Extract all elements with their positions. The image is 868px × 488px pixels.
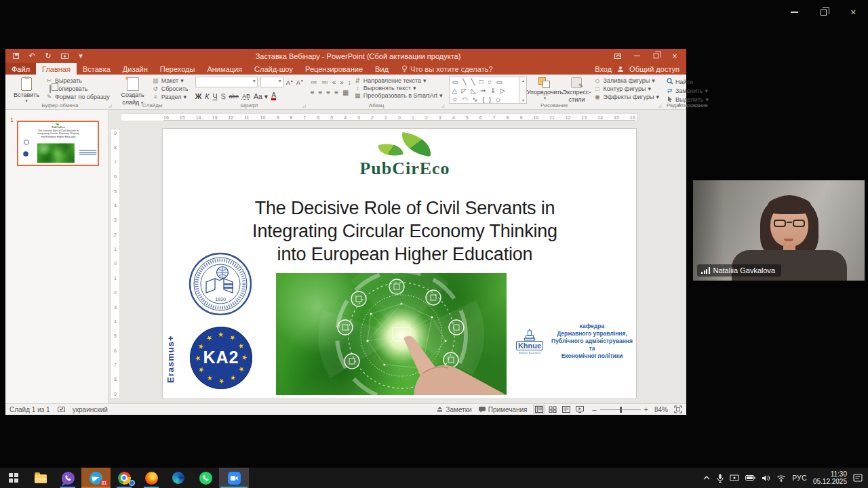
bold-button[interactable]: Ж (195, 92, 202, 100)
language-switcher[interactable]: РУС (792, 474, 807, 482)
ribbon-tab[interactable]: Главная (36, 63, 77, 75)
ribbon-tab[interactable]: Вставка (77, 63, 117, 75)
wifi-icon[interactable] (776, 474, 786, 482)
zoom-percentage[interactable]: 84% (654, 406, 668, 413)
clock[interactable]: 11:30 05.12.2025 (813, 470, 847, 485)
slideshow-icon[interactable] (60, 52, 69, 61)
text-shadow-button[interactable]: S (220, 92, 225, 100)
zoom-slider[interactable] (600, 409, 641, 410)
slideshow-view-icon[interactable] (574, 405, 586, 414)
columns-icon[interactable]: ▦ (342, 89, 349, 96)
minimize-icon[interactable] (785, 5, 805, 20)
underline-button[interactable]: Ч (212, 92, 217, 100)
text-direction-button[interactable]: ⇵Направление текста ▾ (354, 78, 443, 84)
close-icon[interactable]: × (843, 5, 863, 20)
ribbon-tab[interactable]: Рецензирование (299, 63, 369, 75)
normal-view-icon[interactable] (533, 405, 545, 414)
dialog-launcher-icon[interactable]: ◿ (658, 103, 661, 108)
reset-button[interactable]: ↺Сбросить (152, 86, 189, 92)
microphone-icon[interactable] (717, 474, 724, 483)
speaker-icon[interactable] (762, 474, 770, 482)
shape-effects-button[interactable]: ◉Эффекты фигуры ▾ (593, 94, 659, 100)
close-icon[interactable]: × (666, 49, 684, 62)
format-painter-button[interactable]: ✎Формат по образцу (45, 94, 110, 100)
smartart-button[interactable]: ▦Преобразовать в SmartArt ▾ (354, 93, 443, 99)
chrome-icon[interactable] (111, 468, 138, 488)
align-left-icon[interactable]: ≡ (311, 89, 315, 96)
slide-thumbnail[interactable]: PubCirEco The Decisive Role of Civil Ser… (17, 121, 99, 166)
comments-toggle[interactable]: Примечания (478, 406, 528, 413)
save-icon[interactable] (11, 52, 20, 61)
firefox-icon[interactable] (138, 468, 165, 488)
ribbon-tab[interactable]: Вид (369, 63, 395, 75)
line-spacing-icon[interactable]: ↕ (348, 79, 351, 86)
sign-in-button[interactable]: Вход (595, 65, 612, 73)
font-size-combo[interactable] (260, 77, 283, 87)
strikethrough-button[interactable]: abc (229, 92, 239, 100)
decrease-indent-icon[interactable]: « (332, 79, 336, 86)
ribbon-tab[interactable]: Файл (5, 63, 36, 75)
restore-icon[interactable] (814, 5, 834, 20)
quick-styles-button[interactable]: Экспресс-стили (562, 77, 591, 103)
increase-indent-icon[interactable]: » (340, 79, 344, 86)
reading-view-icon[interactable] (560, 405, 572, 414)
align-right-icon[interactable]: ≡ (326, 89, 330, 96)
font-color-button[interactable]: А (271, 92, 276, 100)
change-case-button[interactable]: Аа ▾ (254, 92, 268, 100)
shrink-font-button[interactable]: А▼ (296, 79, 304, 86)
grow-font-button[interactable]: А▲ (286, 79, 294, 86)
dialog-launcher-icon[interactable]: ◿ (108, 103, 112, 108)
tell-me-box[interactable]: Что вы хотите сделать? (395, 63, 500, 75)
file-explorer-icon[interactable] (27, 468, 54, 488)
undo-icon[interactable]: ↶ (27, 52, 37, 61)
spellcheck-icon[interactable] (57, 405, 66, 413)
shape-fill-button[interactable]: ◇Заливка фигуры ▾ (593, 78, 659, 84)
telegram-icon[interactable]: 81 (81, 468, 111, 488)
zoom-out-icon[interactable]: – (592, 405, 596, 413)
ribbon-tab[interactable]: Переходы (154, 63, 201, 75)
align-text-button[interactable]: ↕Выровнять текст ▾ (354, 85, 443, 92)
bullets-icon[interactable]: ≔ (311, 79, 317, 86)
find-button[interactable]: Найти (666, 78, 709, 86)
slide-thumbnail-panel[interactable]: 1 PubCirEco The Decisive Role of Civil S… (5, 110, 108, 403)
start-button[interactable] (0, 468, 27, 488)
shapes-gallery[interactable]: ▭ ╲ ╲ □ ○ ▭ △ ◸ ◺ ⇒ ⇓ ▷ ☆ ◠ ∿ { } ◇ (449, 77, 519, 104)
font-name-combo[interactable] (195, 77, 258, 87)
language-indicator[interactable]: украинский (73, 406, 108, 413)
ribbon-tab[interactable]: Слайд-шоу (248, 63, 299, 75)
justify-icon[interactable]: ≡ (334, 89, 338, 96)
battery-icon[interactable] (745, 474, 755, 481)
layout-button[interactable]: ▥Макет ▾ (152, 78, 189, 84)
slide-indicator[interactable]: Слайд 1 из 1 (9, 406, 50, 413)
whatsapp-icon[interactable] (192, 468, 219, 488)
redo-icon[interactable]: ↻ (43, 52, 53, 61)
zoom-icon[interactable] (219, 468, 249, 488)
dialog-launcher-icon[interactable]: ◿ (441, 103, 445, 108)
copy-button[interactable]: Копировать (45, 86, 110, 92)
slide-canvas[interactable]: PubCirEco The Decisive Role of Civil Ser… (163, 129, 636, 399)
dialog-launcher-icon[interactable]: ◿ (302, 103, 306, 108)
ribbon-tab[interactable]: Анимация (201, 63, 248, 75)
shape-outline-button[interactable]: □Контур фигуры ▾ (593, 86, 659, 92)
screen-share-icon[interactable] (730, 474, 739, 482)
align-center-icon[interactable]: ≡ (319, 89, 323, 96)
fit-to-window-icon[interactable] (674, 405, 682, 413)
webcam-video[interactable]: Nataliia Gavkalova (693, 180, 865, 281)
zoom-in-icon[interactable]: + (644, 405, 648, 413)
ribbon-options-icon[interactable] (609, 49, 627, 62)
action-center-icon[interactable] (853, 474, 863, 482)
restore-icon[interactable] (647, 49, 665, 62)
minimize-icon[interactable] (628, 49, 646, 62)
section-button[interactable]: ≡Раздел ▾ (152, 94, 189, 100)
hidden-icons-chevron-icon[interactable] (703, 474, 711, 481)
italic-button[interactable]: К (205, 92, 209, 100)
arrange-button[interactable]: Упорядочить▾ (530, 77, 559, 100)
notes-toggle[interactable]: Заметки (436, 406, 471, 413)
replace-button[interactable]: ⇄Заменить ▾ (666, 88, 709, 94)
share-button[interactable]: Общий доступ (629, 65, 679, 73)
customize-qat-icon[interactable]: ▾ (76, 52, 85, 61)
numbering-icon[interactable]: ≕ (321, 79, 328, 86)
paste-button[interactable]: Вставить▾ (10, 77, 43, 103)
new-slide-button[interactable]: Создать слайд ▾ (117, 77, 149, 106)
viber-icon[interactable] (54, 468, 81, 488)
